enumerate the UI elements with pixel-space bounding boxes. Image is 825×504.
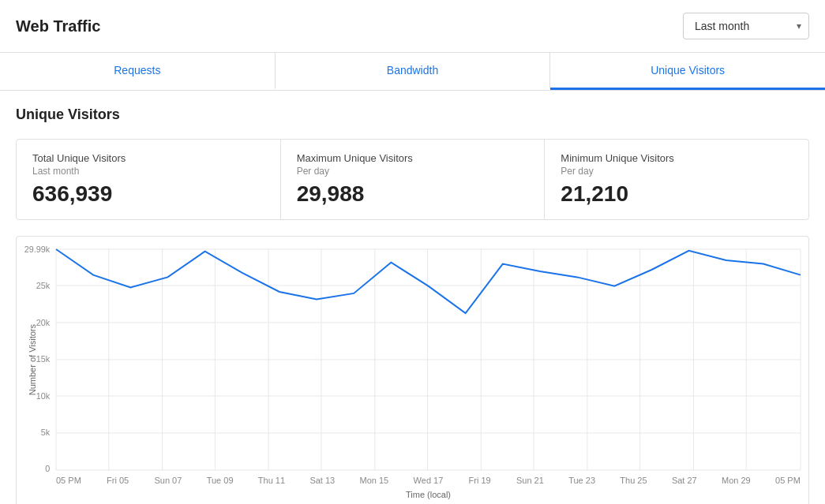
stat-total-value: 636,939 bbox=[32, 181, 264, 207]
y-axis-title: Number of Visitors bbox=[28, 324, 37, 395]
x-axis-title: Time (local) bbox=[56, 490, 801, 499]
header: Web Traffic Last monthLast weekLast 3 mo… bbox=[0, 0, 825, 53]
x-label-1: Fri 05 bbox=[106, 476, 129, 485]
chart-inner: 29.99k 25k 20k 15k 10k 5k 0 05 PM Fri 05… bbox=[56, 249, 801, 499]
time-range-dropdown[interactable]: Last monthLast weekLast 3 monthsLast yea… bbox=[683, 13, 809, 39]
chart-container: 29.99k 25k 20k 15k 10k 5k 0 05 PM Fri 05… bbox=[16, 236, 809, 504]
stat-max-label: Maximum Unique Visitors bbox=[297, 152, 529, 164]
stat-max-value: 29,988 bbox=[297, 181, 529, 207]
stat-max-sublabel: Per day bbox=[297, 166, 529, 177]
page-title: Web Traffic bbox=[16, 17, 100, 35]
chart-line bbox=[56, 249, 801, 313]
time-range-select[interactable]: Last monthLast weekLast 3 monthsLast yea… bbox=[683, 13, 809, 39]
stat-total-label: Total Unique Visitors bbox=[32, 152, 264, 164]
x-label-0: 05 PM bbox=[56, 476, 81, 485]
tab-bandwidth[interactable]: Bandwidth bbox=[276, 53, 551, 90]
x-label-6: Mon 15 bbox=[360, 476, 389, 485]
x-label-8: Fri 19 bbox=[468, 476, 492, 485]
x-label-3: Tue 09 bbox=[207, 476, 234, 485]
x-label-13: Mon 29 bbox=[722, 476, 751, 485]
line-chart: 29.99k 25k 20k 15k 10k 5k 0 bbox=[56, 249, 801, 470]
tab-requests[interactable]: Requests bbox=[0, 53, 276, 90]
stat-total: Total Unique Visitors Last month 636,939 bbox=[17, 140, 281, 219]
x-label-9: Sun 21 bbox=[516, 476, 544, 485]
y-axis-label-container: Number of Visitors bbox=[17, 237, 48, 483]
tab-unique-visitors[interactable]: Unique Visitors bbox=[550, 53, 825, 90]
stat-min-sublabel: Per day bbox=[561, 166, 793, 177]
x-label-14: 05 PM bbox=[775, 476, 801, 485]
x-label-12: Sat 27 bbox=[672, 476, 697, 485]
x-label-5: Sat 13 bbox=[309, 476, 335, 485]
stat-min: Minimum Unique Visitors Per day 21,210 bbox=[545, 140, 808, 219]
stat-min-value: 21,210 bbox=[561, 181, 793, 207]
stat-min-label: Minimum Unique Visitors bbox=[561, 152, 793, 164]
x-label-2: Sun 07 bbox=[154, 476, 182, 485]
x-axis-labels: 05 PM Fri 05 Sun 07 Tue 09 Thu 11 Sat 13… bbox=[56, 476, 801, 485]
x-label-11: Thu 25 bbox=[620, 476, 647, 485]
stat-total-sublabel: Last month bbox=[32, 166, 264, 177]
section-title: Unique Visitors bbox=[16, 106, 809, 123]
main-content: Unique Visitors Total Unique Visitors La… bbox=[0, 91, 825, 504]
x-label-10: Tue 23 bbox=[568, 476, 595, 485]
stat-max: Maximum Unique Visitors Per day 29,988 bbox=[281, 140, 546, 219]
x-label-4: Thu 11 bbox=[258, 476, 285, 485]
tab-bar: Requests Bandwidth Unique Visitors bbox=[0, 53, 825, 91]
stats-row: Total Unique Visitors Last month 636,939… bbox=[16, 139, 809, 220]
x-label-7: Wed 17 bbox=[414, 476, 444, 485]
